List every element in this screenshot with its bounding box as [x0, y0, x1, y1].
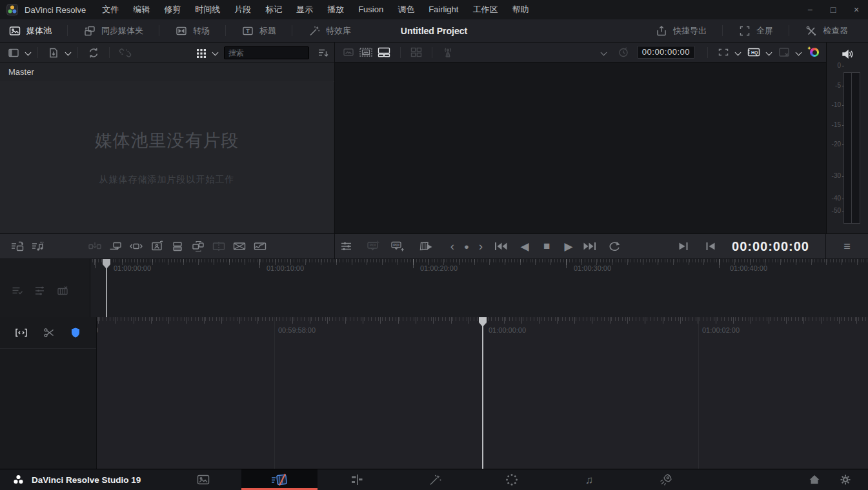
detail-playhead[interactable] [482, 317, 483, 469]
add-poi-icon[interactable]: POI [390, 239, 405, 253]
detail-playhead-marker[interactable] [478, 317, 487, 328]
viewer-size-chevron-icon[interactable] [735, 49, 742, 55]
transition-cut-icon[interactable] [212, 240, 226, 253]
tools-sliders-icon[interactable] [339, 240, 354, 253]
broadcast-antenna-icon[interactable] [441, 46, 454, 59]
menu-help[interactable]: 帮助 [505, 0, 536, 19]
bin-header[interactable]: Master [0, 63, 334, 82]
minimize-button[interactable]: − [798, 0, 822, 19]
insert-video-icon[interactable] [10, 240, 25, 253]
inspector-toggle[interactable]: 检查器 [796, 19, 856, 42]
safe-trim-shield-icon[interactable] [69, 326, 82, 339]
track-tools-icon[interactable] [34, 284, 46, 297]
transport-timecode[interactable]: 00:00:00:00 [732, 239, 809, 254]
play-to-in-icon[interactable] [676, 240, 691, 253]
timeline-options-menu-icon[interactable]: ≡ [843, 240, 851, 253]
ripple-overwrite-icon[interactable] [129, 240, 143, 253]
menu-trim[interactable]: 修剪 [157, 0, 188, 19]
append-clip-icon[interactable] [108, 240, 123, 253]
timeline-view-icon[interactable] [377, 46, 391, 59]
play-icon[interactable]: ▶ [561, 240, 576, 253]
cinema-viewer-icon[interactable] [717, 46, 730, 59]
cut-page-button[interactable] [241, 469, 318, 490]
menu-playback[interactable]: 播放 [320, 0, 351, 19]
menu-fairlight[interactable]: Fairlight [421, 0, 465, 19]
source-tape-icon[interactable] [359, 46, 373, 59]
timeline-select-dropdown[interactable] [456, 50, 615, 55]
menu-file[interactable]: 文件 [95, 0, 126, 19]
poi-marker-icon[interactable]: POI [365, 239, 381, 253]
fairlight-page-button[interactable]: ♫ [581, 469, 597, 490]
maximize-button[interactable]: □ [822, 0, 845, 19]
menu-view[interactable]: 显示 [289, 0, 320, 19]
menu-mark[interactable]: 标记 [258, 0, 289, 19]
viewer-canvas[interactable] [335, 63, 826, 233]
enhance-color-icon[interactable]: ✦ [810, 48, 819, 57]
skip-to-start-icon[interactable] [493, 240, 509, 253]
resize-chevron-icon[interactable] [796, 49, 802, 55]
sync-bin-toggle[interactable]: 同步媒体夹 [75, 19, 152, 42]
home-button[interactable] [807, 469, 822, 490]
view-mode-chevron-icon[interactable] [212, 50, 219, 56]
source-overwrite-icon[interactable] [191, 240, 205, 253]
bin-list-toggle-icon[interactable] [7, 46, 20, 59]
menu-clip[interactable]: 片段 [227, 0, 258, 19]
sync-clips-icon[interactable] [87, 46, 100, 59]
timeline-list-icon[interactable] [11, 284, 24, 297]
media-page-button[interactable] [196, 469, 211, 490]
titles-toggle[interactable]: T 标题 [233, 19, 285, 42]
smooth-cut-icon[interactable] [253, 240, 267, 253]
close-up-icon[interactable] [150, 240, 164, 253]
close-button[interactable]: × [845, 0, 868, 19]
import-media-chevron-icon[interactable] [65, 50, 72, 56]
stop-icon[interactable]: ■ [540, 240, 554, 253]
multicam-icon[interactable] [410, 46, 423, 59]
insert-audio-icon[interactable] [31, 240, 45, 253]
split-scissors-icon[interactable] [43, 326, 56, 339]
filmstrip-view-icon[interactable] [56, 284, 69, 297]
menu-color[interactable]: 调色 [390, 0, 421, 19]
skip-to-end-icon[interactable] [582, 240, 598, 253]
menu-fusion[interactable]: Fusion [351, 0, 390, 19]
relink-media-icon[interactable] [119, 46, 132, 59]
resize-image-icon[interactable] [778, 46, 791, 59]
deliver-page-button[interactable] [658, 469, 674, 490]
quality-chevron-icon[interactable] [766, 49, 772, 55]
grid-view-icon[interactable] [196, 47, 207, 59]
quick-export-button[interactable]: 快捷导出 [647, 19, 715, 42]
play-around-icon[interactable] [418, 239, 435, 253]
fullscreen-button[interactable]: 全屏 [730, 19, 782, 42]
source-clip-icon[interactable] [342, 46, 355, 59]
search-input[interactable] [224, 46, 309, 59]
media-pool-toggle[interactable]: 媒体池 [0, 19, 60, 42]
menu-edit[interactable]: 编辑 [126, 0, 157, 19]
transition-dissolve-icon[interactable] [232, 240, 247, 253]
edit-page-button[interactable] [349, 469, 365, 490]
timeline-overview[interactable]: 01:00:00:00 01:00:10:00 01:00:20:00 01:0… [0, 259, 868, 317]
menu-timeline[interactable]: 时间线 [188, 0, 227, 19]
retime-clock-icon[interactable] [617, 46, 630, 59]
playback-quality-hq-icon[interactable]: HQ [747, 46, 761, 59]
color-page-button[interactable] [504, 469, 520, 490]
play-to-out-icon[interactable] [703, 240, 718, 253]
fusion-page-button[interactable] [428, 469, 443, 490]
step-forward-icon[interactable]: › [474, 239, 488, 253]
fit-timeline-icon[interactable] [14, 326, 28, 339]
bin-list-chevron-icon[interactable] [25, 50, 32, 56]
import-media-icon[interactable] [47, 46, 60, 59]
timeline-detail[interactable]: 0 00:59:58:00 01:00:00:00 01:00:02:00 [0, 317, 868, 469]
effects-library-toggle[interactable]: 特效库 [299, 19, 359, 42]
transitions-toggle[interactable]: 转场 [167, 19, 218, 42]
play-reverse-icon[interactable]: ◀ [518, 240, 532, 253]
speaker-icon[interactable] [841, 48, 855, 61]
record-icon[interactable]: ● [459, 242, 474, 251]
overview-playhead-marker[interactable] [102, 259, 111, 270]
sort-icon[interactable] [317, 46, 330, 59]
smart-insert-icon[interactable] [88, 240, 102, 253]
settings-gear-icon[interactable] [838, 469, 853, 490]
step-back-icon[interactable]: ‹ [445, 239, 459, 253]
viewer-timecode[interactable]: 00:00:00:00 [637, 46, 695, 59]
loop-icon[interactable] [607, 239, 622, 253]
place-on-top-icon[interactable] [170, 240, 185, 253]
menu-workspace[interactable]: 工作区 [465, 0, 505, 19]
